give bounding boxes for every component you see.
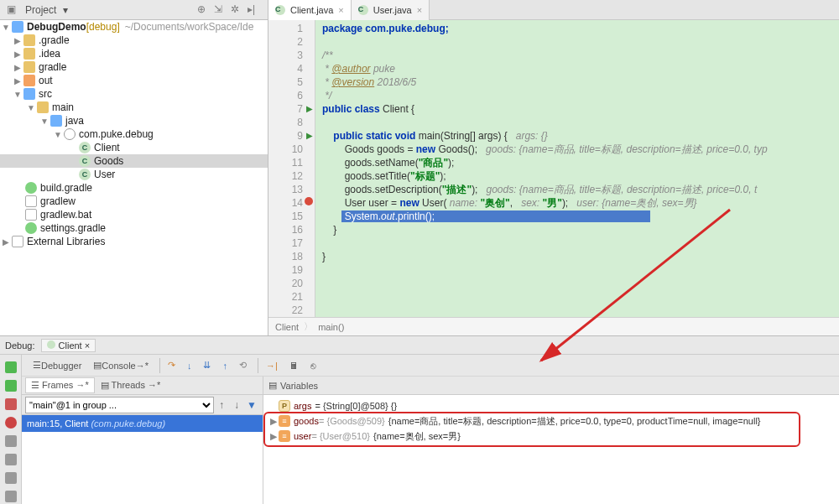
- threads-tab[interactable]: ▤ Threads →*: [95, 377, 167, 393]
- hide-icon[interactable]: ▸|: [248, 3, 261, 17]
- class-icon: C: [358, 5, 368, 15]
- folder-icon: [23, 75, 35, 86]
- tree-item[interactable]: External Libraries: [27, 236, 105, 247]
- folder-icon: [23, 34, 35, 46]
- folder-icon: [23, 48, 35, 60]
- tree-item[interactable]: build.gradle: [40, 182, 92, 194]
- tab-label: Client.java: [290, 5, 333, 15]
- tree-item[interactable]: gradlew.bat: [40, 209, 91, 221]
- tree-item[interactable]: .idea: [39, 48, 60, 60]
- tree-item[interactable]: settings.gradle: [40, 222, 106, 234]
- tree-item[interactable]: User: [94, 169, 115, 180]
- breadcrumb-item[interactable]: main(): [318, 322, 344, 332]
- chevron-right-icon[interactable]: ▶: [13, 76, 22, 86]
- code-editor[interactable]: 123456 7▶ 8 9▶ 10111213 14 1516171819202…: [268, 20, 839, 317]
- drop-frame-icon[interactable]: ⟲: [235, 358, 251, 373]
- next-frame-icon[interactable]: ↓: [230, 399, 243, 411]
- folder-icon: [23, 61, 35, 73]
- tree-item[interactable]: Client: [94, 142, 120, 153]
- code-line: */: [322, 90, 331, 101]
- tab-client[interactable]: CClient.java×: [268, 0, 352, 20]
- run-gutter-icon[interactable]: ▶: [306, 129, 313, 143]
- trace-icon[interactable]: ⎋: [306, 358, 320, 373]
- project-tool-window: ▣ Project ▾ ⊕ ⇲ ✲ ▸| ▼DebugDemo [debug]~…: [0, 0, 268, 335]
- src-folder-icon: [23, 88, 35, 100]
- tree-item[interactable]: main: [52, 101, 74, 113]
- folder-icon: [37, 101, 49, 113]
- frames-list[interactable]: main:15, Client (com.puke.debug): [22, 415, 263, 504]
- variable-row[interactable]: Pargs = {String[0]@508} {}: [268, 398, 834, 413]
- chevron-down-icon[interactable]: ▼: [13, 90, 22, 99]
- evaluate-icon[interactable]: 🖩: [285, 358, 303, 373]
- chevron-right-icon[interactable]: ▶: [13, 36, 22, 45]
- project-toolbar: ▣ Project ▾ ⊕ ⇲ ✲ ▸|: [0, 0, 268, 20]
- run-gutter-icon[interactable]: ▶: [306, 102, 313, 116]
- class-icon: C: [79, 169, 91, 180]
- breadcrumb[interactable]: Client 〉 main(): [268, 317, 839, 335]
- project-dropdown-chev[interactable]: ▾: [60, 4, 71, 16]
- tree-item[interactable]: java: [65, 115, 84, 127]
- thread-select[interactable]: "main"@1 in group ...: [25, 397, 214, 413]
- chevron-right-icon[interactable]: ▶: [13, 63, 22, 72]
- tab-user[interactable]: CUser.java×: [352, 0, 430, 20]
- project-label[interactable]: Project: [22, 4, 60, 16]
- stop-icon[interactable]: [5, 398, 17, 410]
- class-icon: [47, 340, 55, 349]
- editor-gutter[interactable]: 123456 7▶ 8 9▶ 10111213 14 1516171819202…: [268, 20, 315, 317]
- close-icon[interactable]: ×: [417, 5, 422, 15]
- tree-item[interactable]: .gradle: [39, 34, 70, 46]
- gradle-icon: [25, 222, 37, 234]
- tree-item[interactable]: gradle: [39, 61, 66, 73]
- debugger-tab[interactable]: ☰ Debugger: [29, 358, 86, 373]
- prev-frame-icon[interactable]: ↑: [215, 399, 228, 411]
- variable-row[interactable]: ▶≡user = {User@510} {name=奥创, sex=男}: [268, 429, 834, 444]
- chevron-right-icon[interactable]: ▶: [268, 416, 279, 427]
- chevron-down-icon[interactable]: ▼: [40, 117, 49, 126]
- locate-icon[interactable]: ⊕: [197, 3, 211, 17]
- tree-item[interactable]: src: [39, 88, 52, 100]
- chevron-down-icon[interactable]: ▼: [2, 23, 10, 32]
- debug-config-tab[interactable]: Client ×: [41, 339, 96, 352]
- chevron-right-icon[interactable]: ▶: [268, 431, 279, 442]
- breadcrumb-item[interactable]: Client: [275, 322, 299, 332]
- code-line: package com.puke.debug;: [322, 23, 449, 34]
- object-icon: ≡: [279, 430, 290, 442]
- force-step-into-icon[interactable]: ⇊: [199, 358, 215, 373]
- breakpoints-icon[interactable]: [5, 417, 17, 429]
- mute-bp-icon[interactable]: [5, 435, 17, 447]
- settings-icon[interactable]: [5, 472, 17, 484]
- debug-header: Debug: Client ×: [0, 336, 839, 355]
- class-icon: C: [79, 155, 91, 167]
- filter-icon[interactable]: ▼: [245, 399, 258, 411]
- tree-item[interactable]: out: [39, 75, 53, 86]
- run-to-cursor-icon[interactable]: →|: [262, 358, 282, 373]
- rerun-icon[interactable]: [5, 361, 17, 373]
- pin-icon[interactable]: [5, 491, 17, 502]
- chevron-right-icon[interactable]: ▶: [2, 237, 10, 247]
- console-tab[interactable]: ▤ Console →*: [89, 358, 153, 373]
- run-config-tag: [debug]: [86, 21, 120, 33]
- collapse-icon[interactable]: ⇲: [214, 3, 227, 17]
- step-out-icon[interactable]: ↑: [218, 358, 232, 373]
- chevron-right-icon[interactable]: ▶: [13, 49, 22, 59]
- chevron-down-icon[interactable]: ▼: [54, 130, 62, 139]
- module-icon: [12, 21, 23, 33]
- frames-tab[interactable]: ☰ Frames →*: [25, 377, 95, 393]
- step-into-icon[interactable]: ↓: [183, 358, 196, 373]
- resume-icon[interactable]: [5, 380, 17, 392]
- tree-item-selected[interactable]: Goods: [94, 155, 123, 167]
- gear-icon[interactable]: ✲: [231, 3, 244, 17]
- layout-icon[interactable]: [5, 454, 17, 465]
- project-tree[interactable]: ▼DebugDemo [debug]~/Documents/workSpace/…: [0, 20, 268, 335]
- chevron-down-icon[interactable]: ▼: [27, 103, 35, 112]
- project-root[interactable]: DebugDemo: [27, 21, 86, 33]
- variable-row[interactable]: ▶≡goods = {Goods@509} {name=商品, title=标题…: [268, 413, 834, 429]
- close-icon[interactable]: ×: [338, 5, 343, 15]
- frame-item[interactable]: main:15, Client (com.puke.debug): [22, 415, 263, 432]
- tree-item[interactable]: gradlew: [40, 195, 76, 207]
- variables-body[interactable]: Pargs = {String[0]@508} {} ▶≡goods = {Go…: [263, 395, 839, 504]
- code-body[interactable]: package com.puke.debug; /** * @author pu…: [315, 20, 839, 317]
- tree-item[interactable]: com.puke.debug: [79, 128, 154, 140]
- step-over-icon[interactable]: ↷: [164, 358, 180, 373]
- breakpoint-icon[interactable]: [305, 197, 313, 205]
